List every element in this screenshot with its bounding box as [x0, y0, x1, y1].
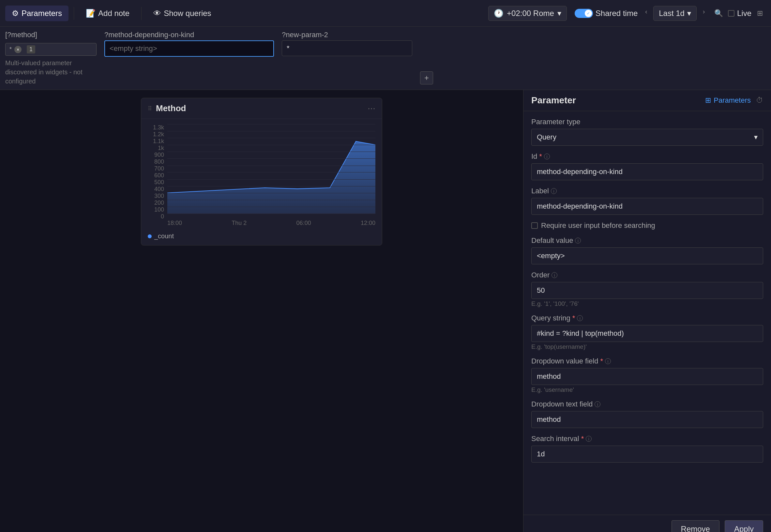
order-info-icon[interactable]: i — [552, 272, 557, 278]
order-input[interactable] — [531, 282, 763, 299]
dropdown-value-hint: E.g. 'username' — [531, 386, 763, 393]
dashboard-area: ⠿ Method ⋯ 1.3k 1.2k 1.1k 1k 900 800 700… — [0, 90, 523, 532]
parameters-button[interactable]: ⚙ Parameters — [5, 6, 68, 21]
param3-group: ?new-param-2 — [282, 31, 412, 56]
apply-button[interactable]: Apply — [725, 520, 763, 532]
param1-count: 1 — [27, 45, 35, 53]
dropdown-text-field: Dropdown text field i — [531, 400, 763, 428]
right-panel-footer: Remove Apply — [524, 515, 771, 532]
next-arrow[interactable]: › — [698, 6, 710, 18]
note-icon: 📝 — [86, 9, 96, 18]
time-zone-select[interactable]: 🕐 +02:00 Rome ▾ — [488, 6, 567, 21]
chart-plot — [167, 124, 375, 214]
id-field: Id * i — [531, 152, 763, 180]
clock-icon: 🕐 — [494, 9, 504, 18]
grid-line — [167, 186, 375, 186]
live-toggle-container: Live — [728, 9, 751, 18]
settings-icon-btn[interactable]: ⊞ — [754, 7, 766, 19]
grid-line — [167, 124, 375, 125]
search-interval-input[interactable] — [531, 446, 763, 463]
query-string-input[interactable] — [531, 325, 763, 342]
chart-y-axis: 1.3k 1.2k 1.1k 1k 900 800 700 600 500 40… — [148, 124, 164, 214]
param3-label: ?new-param-2 — [282, 31, 412, 39]
require-input-label: Require user input before searching — [541, 221, 655, 230]
right-panel-body: Parameter type Query ▾ Id * i Lab — [524, 111, 771, 515]
search-button[interactable]: 🔍 — [712, 7, 725, 20]
id-required: * — [539, 152, 542, 161]
order-hint: E.g. '1', '100', '76' — [531, 300, 763, 307]
dropdown-value-label: Dropdown value field * i — [531, 357, 763, 365]
query-string-field: Query string * i E.g. 'top(username)' — [531, 314, 763, 350]
query-string-info-icon[interactable]: i — [577, 315, 583, 321]
prev-arrow[interactable]: ‹ — [640, 6, 652, 18]
param1-star: * — [9, 46, 12, 53]
add-param-button[interactable]: + — [420, 71, 433, 84]
right-panel-actions: ⊞ Parameters ⏱ — [705, 96, 763, 105]
param2-group: ?method-depending-on-kind — [104, 31, 274, 57]
dropdown-text-info-icon[interactable]: i — [595, 401, 601, 407]
legend-label: _count — [154, 232, 174, 240]
order-field: Order i E.g. '1', '100', '76' — [531, 271, 763, 307]
dropdown-text-label: Dropdown text field i — [531, 400, 763, 408]
legend-dot — [148, 234, 152, 238]
param2-input[interactable] — [104, 40, 274, 57]
search-interval-label: Search interval * i — [531, 435, 763, 443]
param1-close[interactable]: × — [14, 46, 22, 53]
id-input[interactable] — [531, 163, 763, 180]
dropdown-text-input[interactable] — [531, 411, 763, 428]
param1-label: [?method] — [5, 31, 96, 39]
id-label: Id * i — [531, 152, 763, 161]
chart-title-area: ⠿ Method — [148, 103, 186, 113]
chart-header: ⠿ Method ⋯ — [141, 98, 382, 119]
add-note-button[interactable]: 📝 Add note — [79, 6, 136, 21]
id-info-icon[interactable]: i — [544, 154, 550, 159]
grid-line — [167, 131, 375, 131]
dropdown-value-input[interactable] — [531, 368, 763, 385]
shared-time-label: Shared time — [596, 9, 638, 18]
show-queries-button[interactable]: 👁 Show queries — [147, 6, 217, 21]
parameter-type-field: Parameter type Query ▾ — [531, 118, 763, 146]
drag-handle[interactable]: ⠿ — [148, 105, 152, 112]
parameters-link[interactable]: ⊞ Parameters — [705, 96, 751, 105]
param2-label: ?method-depending-on-kind — [104, 31, 274, 39]
label-field: Label i — [531, 187, 763, 215]
right-panel-header: Parameter ⊞ Parameters ⏱ — [524, 90, 771, 111]
param1-group: [?method] * × 1 Multi-valued parameter d… — [5, 31, 96, 86]
method-chart-widget: ⠿ Method ⋯ 1.3k 1.2k 1.1k 1k 900 800 700… — [141, 98, 382, 245]
right-panel: Parameter ⊞ Parameters ⏱ Parameter type … — [523, 90, 771, 532]
dropdown-value-required: * — [600, 357, 603, 365]
grid-line — [167, 179, 375, 180]
search-interval-field: Search interval * i — [531, 435, 763, 463]
clock-panel-icon[interactable]: ⏱ — [756, 96, 763, 105]
remove-button[interactable]: Remove — [672, 520, 719, 532]
default-value-input[interactable] — [531, 247, 763, 264]
chevron-down-icon2: ▾ — [687, 9, 691, 18]
shared-time-container: Shared time — [575, 9, 638, 18]
chart-x-axis: 18:00 Thu 2 06:00 12:00 — [167, 220, 375, 227]
chart-menu-button[interactable]: ⋯ — [367, 104, 375, 113]
grid-line — [167, 214, 375, 214]
last-period-select[interactable]: Last 1d ▾ — [653, 6, 697, 21]
order-label: Order i — [531, 271, 763, 279]
shared-time-toggle[interactable] — [575, 9, 593, 18]
require-input-checkbox[interactable] — [531, 222, 538, 229]
live-checkbox[interactable] — [728, 10, 734, 17]
grid-line — [167, 207, 375, 207]
label-input[interactable] — [531, 198, 763, 215]
param3-input[interactable] — [282, 40, 412, 56]
chart-area: 1.3k 1.2k 1.1k 1k 900 800 700 600 500 40… — [141, 119, 382, 230]
parameter-type-select[interactable]: Query ▾ — [531, 129, 763, 146]
toolbar: ⚙ Parameters 📝 Add note 👁 Show queries 🕐… — [0, 0, 771, 27]
dropdown-value-info-icon[interactable]: i — [605, 358, 611, 364]
label-label: Label i — [531, 187, 763, 195]
select-chevron: ▾ — [754, 133, 758, 141]
search-interval-info-icon[interactable]: i — [586, 436, 592, 442]
param1-tag[interactable]: * × 1 — [5, 43, 96, 56]
param1-helper: Multi-valued parameter discovered in wid… — [5, 58, 96, 86]
label-info-icon[interactable]: i — [551, 188, 557, 194]
default-value-info-icon[interactable]: i — [575, 238, 581, 244]
separator2 — [141, 7, 141, 20]
search-interval-required: * — [581, 435, 584, 443]
default-value-label: Default value i — [531, 236, 763, 245]
grid-line — [167, 158, 375, 159]
